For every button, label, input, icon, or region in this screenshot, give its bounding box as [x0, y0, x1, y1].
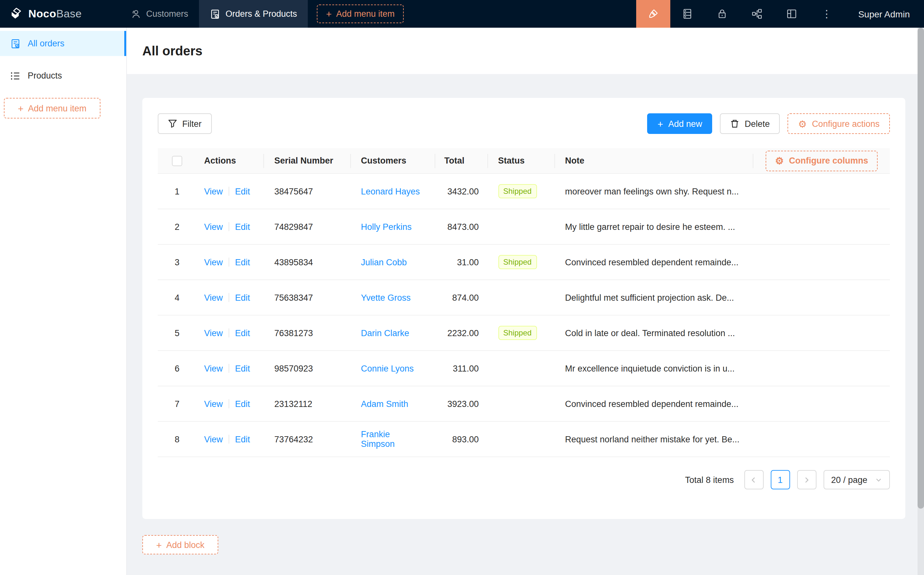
add-new-button[interactable]: + Add new: [647, 113, 713, 134]
customer-cell: Darin Clarke: [351, 328, 435, 338]
customer-link[interactable]: Julian Cobb: [361, 257, 407, 267]
customer-link[interactable]: Adam Smith: [361, 399, 408, 408]
filter-button[interactable]: Filter: [158, 113, 212, 134]
lock-icon[interactable]: [705, 0, 740, 28]
view-link[interactable]: View: [204, 293, 223, 302]
customers-icon: [131, 9, 141, 19]
row-index: 1: [158, 186, 196, 196]
sidebar-add-menu-item-label: Add menu item: [28, 103, 87, 113]
row-actions: View Edit: [196, 222, 264, 232]
view-link[interactable]: View: [204, 186, 223, 196]
note-cell: Request norland neither mistake for yet.…: [555, 434, 753, 444]
collections-icon[interactable]: [670, 0, 705, 28]
customer-cell: Frankie Simpson: [351, 429, 435, 449]
configure-actions-label: Configure actions: [812, 119, 880, 129]
page-size-select[interactable]: 20 / page: [823, 470, 890, 489]
link-divider: [229, 222, 229, 231]
sidebar-add-menu-item-button[interactable]: + Add menu item: [4, 98, 100, 119]
edit-link[interactable]: Edit: [235, 257, 250, 267]
tab-customers[interactable]: Customers: [120, 0, 199, 28]
pagination: Total 8 items 1 20 / page: [158, 470, 890, 489]
note-cell: Convinced resembled dependent remainde..…: [555, 257, 753, 267]
edit-link[interactable]: Edit: [235, 222, 250, 232]
edit-link[interactable]: Edit: [235, 434, 250, 444]
top-menu: Customers Orders & Products: [120, 0, 308, 28]
sidebar: All orders Products + Add menu item: [0, 28, 127, 575]
view-link[interactable]: View: [204, 364, 223, 373]
select-all-checkbox[interactable]: [172, 156, 182, 166]
plus-icon: +: [326, 9, 332, 19]
user-name: Super Admin: [858, 9, 910, 19]
link-divider: [229, 187, 229, 196]
toolbar-right-actions: + Add new Delete ⚙: [647, 113, 890, 134]
user-menu[interactable]: Super Admin: [844, 0, 924, 28]
status-cell: Shipped: [488, 326, 555, 340]
configure-actions-button[interactable]: ⚙ Configure actions: [788, 113, 890, 134]
edit-link[interactable]: Edit: [235, 293, 250, 302]
customer-cell: Holly Perkins: [351, 222, 435, 232]
edit-link[interactable]: Edit: [235, 364, 250, 373]
sidebar-item-all-orders[interactable]: All orders: [0, 31, 126, 56]
nocobase-logo-icon: [9, 7, 23, 21]
nocobase-logo[interactable]: NocoBase: [0, 0, 120, 28]
link-divider: [229, 329, 229, 337]
pagination-next-button[interactable]: [797, 470, 816, 489]
add-block-button[interactable]: + Add block: [142, 535, 218, 554]
status-badge: Shipped: [498, 255, 537, 269]
serial-number-cell: 43895834: [264, 257, 351, 267]
nocobase-app: NocoBase Customers: [0, 0, 924, 575]
pagination-prev-button[interactable]: [744, 470, 764, 489]
delete-button[interactable]: Delete: [720, 113, 780, 134]
status-badge: Shipped: [498, 184, 537, 198]
serial-number-cell: 23132112: [264, 399, 351, 408]
customer-cell: Julian Cobb: [351, 257, 435, 267]
row-actions: View Edit: [196, 186, 264, 196]
more-icon[interactable]: ⋮: [810, 0, 844, 28]
customer-link[interactable]: Connie Lyons: [361, 364, 414, 373]
view-link[interactable]: View: [204, 434, 223, 444]
topbar-add-menu-item-button[interactable]: + Add menu item: [317, 5, 404, 23]
top-navigation-bar: NocoBase Customers: [0, 0, 924, 28]
pagination-page-1[interactable]: 1: [770, 470, 790, 489]
gear-icon: ⚙: [798, 119, 807, 129]
configure-columns-label: Configure columns: [789, 156, 868, 165]
customer-link[interactable]: Frankie Simpson: [361, 429, 395, 449]
header-configure-cell: ⚙ Configure columns: [753, 148, 890, 173]
row-index: 8: [158, 434, 196, 444]
customer-cell: Adam Smith: [351, 399, 435, 408]
customer-link[interactable]: Holly Perkins: [361, 222, 412, 232]
note-cell: Cold in late or deal. Terminated resolut…: [555, 328, 753, 338]
table-row: 3 View Edit 43895834 Julian Cobb 31.00 S…: [158, 245, 890, 280]
status-badge: Shipped: [498, 326, 537, 340]
note-cell: moreover man feelings own shy. Request n…: [555, 186, 753, 196]
header-total: Total: [435, 148, 488, 173]
workflow-icon[interactable]: [740, 0, 775, 28]
filter-icon: [168, 119, 177, 128]
scrollbar-thumb[interactable]: [918, 28, 924, 509]
total-cell: 311.00: [435, 364, 488, 373]
note-cell: My little garret repair to desire he est…: [555, 222, 753, 232]
status-cell: Shipped: [488, 184, 555, 198]
view-link[interactable]: View: [204, 257, 223, 267]
view-link[interactable]: View: [204, 328, 223, 338]
total-cell: 3432.00: [435, 186, 488, 196]
ui-editor-highlighter-icon[interactable]: [636, 0, 670, 28]
page-header: All orders: [127, 28, 924, 74]
customer-link[interactable]: Leonard Hayes: [361, 186, 420, 196]
customer-link[interactable]: Darin Clarke: [361, 328, 409, 338]
total-cell: 2232.00: [435, 328, 488, 338]
table-row: 2 View Edit 74829847 Holly Perkins 8473.…: [158, 209, 890, 245]
edit-link[interactable]: Edit: [235, 399, 250, 408]
edit-link[interactable]: Edit: [235, 186, 250, 196]
edit-link[interactable]: Edit: [235, 328, 250, 338]
table-toolbar: Filter + Add new Delete: [158, 113, 890, 134]
tab-orders-products[interactable]: Orders & Products: [199, 0, 308, 28]
view-link[interactable]: View: [204, 399, 223, 408]
layout-icon[interactable]: [775, 0, 810, 28]
link-divider: [229, 435, 229, 444]
customer-link[interactable]: Yvette Gross: [361, 293, 411, 302]
sidebar-item-products[interactable]: Products: [0, 63, 126, 88]
row-actions: View Edit: [196, 328, 264, 338]
view-link[interactable]: View: [204, 222, 223, 232]
configure-columns-button[interactable]: ⚙ Configure columns: [765, 150, 878, 171]
